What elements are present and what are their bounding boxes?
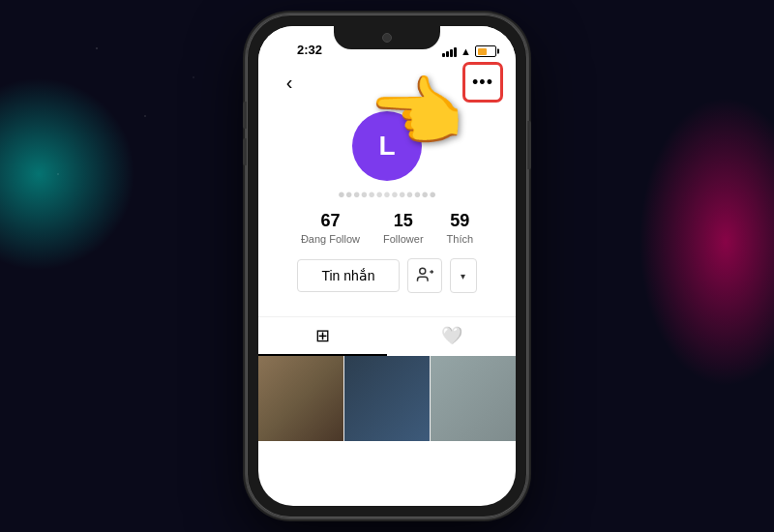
app-header: ‹ ••• (258, 61, 516, 103)
tab-liked[interactable]: 🤍 (387, 317, 516, 356)
camera-notch (382, 33, 392, 43)
power-button[interactable] (527, 121, 531, 169)
avatar-letter: L (378, 131, 395, 162)
signal-bar-3 (450, 49, 453, 57)
likes-count: 59 (450, 211, 469, 231)
svg-point-0 (419, 268, 425, 274)
tab-videos-icon: ⊞ (315, 325, 330, 346)
tab-videos[interactable]: ⊞ (258, 317, 387, 356)
signal-bar-4 (454, 47, 457, 57)
username-blurred: ●●●●●●●●●●●●● (329, 187, 445, 201)
signal-bar-2 (446, 51, 449, 57)
bg-glow-right (639, 97, 774, 387)
back-chevron-icon: ‹ (286, 72, 293, 94)
more-dots-icon: ••• (472, 73, 493, 93)
following-label: Đang Follow (301, 233, 360, 245)
stats-row: 67 Đang Follow 15 Follower 59 Thích (274, 211, 500, 245)
followers-label: Follower (383, 233, 424, 245)
video-thumb-1[interactable] (258, 356, 343, 441)
stat-following: 67 Đang Follow (301, 211, 360, 245)
battery-fill (478, 48, 487, 55)
signal-bar-1 (442, 53, 445, 57)
video-thumb-3[interactable] (431, 356, 516, 441)
tabs-row: ⊞ 🤍 (258, 316, 516, 356)
volume-up-button[interactable] (243, 102, 247, 129)
more-button[interactable]: ••• (465, 65, 500, 100)
bg-glow-left (0, 42, 171, 306)
status-icons: ▲ (442, 45, 496, 57)
likes-label: Thích (447, 233, 474, 245)
profile-section: L ●●●●●●●●●●●●● 67 Đang Follow 15 Follow… (258, 103, 516, 316)
avatar: L (352, 111, 422, 181)
phone-screen: 2:32 ▲ ‹ (258, 26, 516, 506)
avatar-container: L (352, 111, 422, 181)
status-time: 2:32 (297, 43, 322, 57)
stat-likes: 59 Thích (447, 211, 474, 245)
signal-icon (442, 45, 457, 57)
video-thumb-2[interactable] (344, 356, 430, 441)
stat-followers: 15 Follower (383, 211, 424, 245)
battery-icon (475, 45, 496, 57)
video-grid (258, 356, 516, 441)
action-row: Tin nhắn ▾ (297, 258, 476, 293)
tab-liked-icon: 🤍 (441, 325, 462, 346)
following-count: 67 (320, 211, 340, 231)
dropdown-arrow-icon: ▾ (461, 271, 465, 281)
notch (334, 26, 440, 49)
follow-button[interactable] (407, 258, 442, 293)
followers-count: 15 (394, 211, 413, 231)
back-button[interactable]: ‹ (274, 67, 305, 98)
phone-wrapper: 2:32 ▲ ‹ (247, 15, 527, 517)
follow-icon (416, 266, 433, 286)
wifi-icon: ▲ (461, 45, 471, 57)
message-button[interactable]: Tin nhắn (297, 259, 399, 292)
phone-frame: 2:32 ▲ ‹ (247, 15, 527, 517)
dropdown-button[interactable]: ▾ (450, 258, 477, 293)
volume-down-button[interactable] (243, 138, 247, 165)
